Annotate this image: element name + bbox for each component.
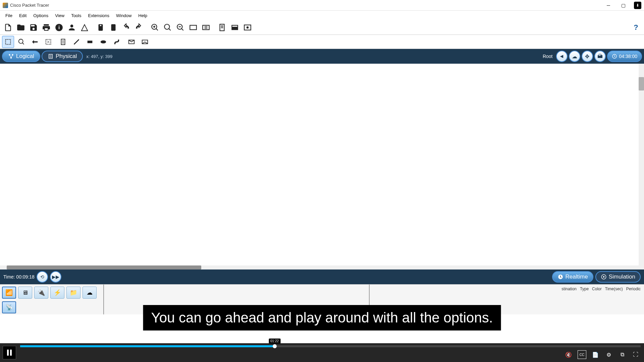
svg-point-13 [19, 39, 23, 43]
subcategory-selected[interactable]: 📡 [2, 301, 16, 313]
move-object-icon[interactable]: ✥ [582, 51, 593, 62]
pdu-header-type: Type [580, 287, 589, 291]
svg-rect-9 [232, 25, 237, 26]
set-background-icon[interactable]: 🏔 [594, 51, 606, 62]
activity-wizard-icon[interactable]: i [53, 21, 65, 34]
svg-text:i: i [58, 24, 60, 30]
coordinates-display: x: 497, y: 399 [86, 54, 112, 59]
select-tool-icon[interactable] [2, 36, 14, 48]
draw-rectangle-icon[interactable] [84, 36, 96, 48]
help-icon[interactable]: ? [630, 21, 642, 34]
maximize-button[interactable]: ▢ [619, 1, 627, 9]
category-components[interactable]: 🔌 [34, 287, 48, 299]
environment-time-value: 04:38:00 [619, 54, 638, 59]
category-network-devices[interactable]: 📶 [2, 287, 16, 299]
menu-tools[interactable]: Tools [68, 12, 85, 19]
video-controls: 01:22 🔇 CC 📄 ⚙ ⧉ ⛶ [0, 343, 644, 362]
close-button[interactable]: ⬇ [634, 2, 641, 9]
play-pause-button[interactable] [3, 346, 16, 359]
window-controls: ─ ▢ ⬇ [604, 1, 641, 9]
zoom-out-icon[interactable] [174, 21, 186, 34]
workspace-canvas[interactable] [0, 64, 644, 269]
menu-extensions[interactable]: Extensions [85, 12, 113, 19]
pause-icon [7, 350, 12, 356]
resize-tool-icon[interactable] [42, 36, 54, 48]
new-file-icon[interactable] [2, 21, 14, 34]
horizontal-scrollbar[interactable] [0, 265, 644, 269]
menu-edit[interactable]: Edit [16, 12, 30, 19]
category-multiuser[interactable]: ☁ [83, 287, 97, 299]
cluster-icon[interactable]: ☁ [569, 51, 580, 62]
add-complex-pdu-icon[interactable] [139, 36, 151, 48]
captions-icon[interactable]: CC [578, 350, 586, 359]
add-simple-pdu-icon[interactable] [125, 36, 138, 48]
svg-point-3 [164, 24, 169, 29]
power-cycle-icon[interactable]: ⟲ [37, 271, 48, 283]
minimize-button[interactable]: ─ [604, 1, 612, 9]
copy-icon[interactable] [66, 21, 78, 34]
tab-simulation[interactable]: Simulation [595, 271, 641, 283]
category-connections[interactable]: ⚡ [50, 287, 64, 299]
redo-icon[interactable] [107, 21, 119, 34]
logical-icon [8, 53, 14, 59]
tab-simulation-label: Simulation [609, 274, 635, 280]
category-end-devices[interactable]: 🖥 [18, 287, 32, 299]
tab-realtime[interactable]: Realtime [552, 271, 593, 283]
save-icon[interactable] [28, 21, 40, 34]
video-subtitle: You can go ahead and play around with al… [143, 305, 501, 330]
transcript-icon[interactable]: 📄 [591, 350, 600, 359]
undo-icon[interactable] [95, 21, 107, 34]
draw-line-icon[interactable] [70, 36, 83, 48]
draw-ellipse-icon[interactable] [97, 36, 109, 48]
menubar: File Edit Options View Tools Extensions … [0, 11, 644, 20]
window-title: Cisco Packet Tracer [10, 3, 49, 8]
settings-icon[interactable]: ⚙ [604, 350, 613, 359]
svg-point-17 [101, 40, 106, 43]
physical-icon [48, 53, 54, 59]
menu-file[interactable]: File [2, 12, 16, 19]
video-progress-bar[interactable]: 01:22 [20, 345, 641, 347]
custom-devices-icon[interactable] [200, 21, 212, 34]
menu-window[interactable]: Window [113, 12, 135, 19]
toolbar-secondary [0, 35, 644, 49]
svg-point-27 [603, 276, 604, 278]
open-file-icon[interactable] [15, 21, 27, 34]
category-miscellaneous[interactable]: 📁 [66, 287, 80, 299]
viewport-icon[interactable] [241, 21, 254, 34]
network-description-icon[interactable] [216, 21, 228, 34]
menu-view[interactable]: View [52, 12, 68, 19]
tab-physical[interactable]: Physical [42, 51, 83, 62]
zoom-reset-icon[interactable] [162, 21, 174, 34]
simulation-bar: Time: 00:09:18 ⟲ ▶▶ Realtime Simulation [0, 269, 644, 284]
tab-physical-label: Physical [56, 53, 77, 60]
print-icon[interactable] [40, 21, 52, 34]
pdu-header-time: Time(sec) [605, 287, 623, 291]
fast-forward-icon[interactable]: ▶▶ [50, 271, 61, 283]
drawing-palette-icon[interactable] [187, 21, 199, 34]
svg-rect-12 [6, 39, 11, 44]
simulation-icon [601, 274, 607, 280]
redo-arrow-icon[interactable] [133, 21, 145, 34]
pdu-headers: stination Type Color Time(sec) Periodic [561, 287, 641, 291]
view-command-log-icon[interactable] [229, 21, 241, 34]
tab-realtime-label: Realtime [566, 274, 588, 280]
vertical-scrollbar[interactable] [639, 64, 644, 269]
pip-icon[interactable]: ⧉ [618, 350, 627, 359]
zoom-in-icon[interactable] [149, 21, 161, 34]
paste-icon[interactable] [78, 21, 91, 34]
mute-icon[interactable]: 🔇 [564, 350, 573, 359]
pdu-header-color: Color [592, 287, 602, 291]
inspect-tool-icon[interactable] [15, 36, 28, 48]
tab-logical[interactable]: Logical [2, 51, 40, 62]
environment-time[interactable]: 04:38:00 [607, 51, 642, 62]
menu-options[interactable]: Options [30, 12, 52, 19]
realtime-icon [557, 274, 564, 280]
nav-back-icon[interactable]: ◄ [556, 51, 568, 62]
delete-tool-icon[interactable] [29, 36, 41, 48]
draw-freeform-icon[interactable] [111, 36, 123, 48]
undo-arrow-icon[interactable] [120, 21, 132, 34]
fullscreen-icon[interactable]: ⛶ [631, 350, 640, 359]
root-label: Root [543, 54, 553, 59]
place-note-icon[interactable] [57, 36, 69, 48]
menu-help[interactable]: Help [135, 12, 151, 19]
